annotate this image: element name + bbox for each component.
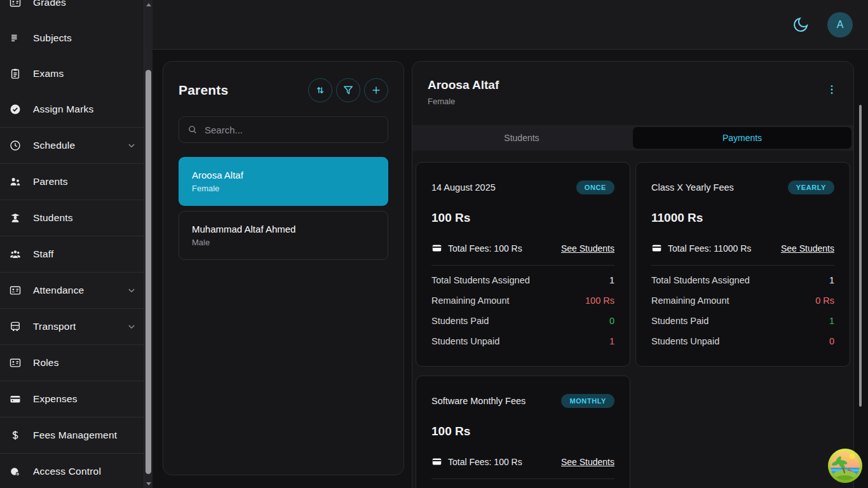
scroll-up-arrow-icon[interactable] bbox=[144, 0, 153, 9]
dollar-icon bbox=[9, 429, 22, 442]
kebab-menu-icon[interactable] bbox=[823, 81, 841, 98]
fee-amount: 100 Rs bbox=[431, 424, 614, 438]
parents-icon bbox=[9, 175, 22, 188]
topbar: A bbox=[153, 0, 868, 50]
detail-gender: Female bbox=[428, 97, 838, 106]
chevron-down-icon bbox=[126, 140, 137, 151]
people-group-icon bbox=[9, 248, 22, 261]
scroll-down-arrow-icon[interactable] bbox=[144, 479, 153, 488]
list-lines-icon bbox=[9, 32, 22, 44]
filter-button[interactable] bbox=[336, 78, 360, 102]
sidebar-item-label: Expenses bbox=[33, 393, 137, 405]
sidebar-item-label: Access Control bbox=[33, 466, 137, 477]
sidebar-item-exams[interactable]: Exams bbox=[0, 56, 144, 92]
stat-row: Students Unpaid 1 bbox=[431, 335, 614, 347]
sidebar-item-label: Grades bbox=[33, 0, 137, 8]
total-fees: Total Fees: 100 Rs bbox=[431, 456, 522, 467]
sidebar-item-expenses[interactable]: Expenses bbox=[0, 381, 144, 417]
sidebar-item-staff[interactable]: Staff bbox=[0, 236, 144, 272]
sidebar-item-attendance[interactable]: Attendance bbox=[0, 272, 144, 308]
island-logo-badge[interactable] bbox=[827, 448, 863, 484]
parents-panel-header: Parents bbox=[163, 62, 403, 102]
stat-value: 1 bbox=[829, 275, 834, 285]
detail-scrollbar-thumb[interactable] bbox=[859, 105, 862, 407]
sidebar: Grades Subjects Exams Assign Marks Sched bbox=[0, 0, 153, 488]
check-circle-icon bbox=[9, 103, 22, 116]
sidebar-item-label: Attendance bbox=[33, 285, 114, 296]
stat-value: 0 Rs bbox=[815, 295, 834, 306]
parent-name: Aroosa Altaf bbox=[192, 170, 375, 180]
stat-row: Remaining Amount 100 Rs bbox=[431, 294, 614, 306]
id-card-icon bbox=[9, 0, 22, 9]
payments-grid: 14 August 2025 ONCE 100 Rs Total Fees: 1… bbox=[412, 151, 853, 488]
divider bbox=[651, 265, 834, 266]
sidebar-item-label: Transport bbox=[33, 321, 114, 332]
sidebar-item-access-control[interactable]: Access Control bbox=[0, 453, 144, 488]
sidebar-scrollbar[interactable] bbox=[144, 0, 153, 488]
detail-tabs: Students Payments bbox=[412, 125, 853, 151]
sidebar-item-transport[interactable]: Transport bbox=[0, 308, 144, 344]
stat-value: 0 bbox=[609, 316, 614, 326]
sort-button[interactable] bbox=[308, 78, 332, 102]
sidebar-item-label: Exams bbox=[33, 68, 137, 79]
fee-card-yearly: Class X Yearly Fees YEARLY 11000 Rs Tota… bbox=[635, 162, 850, 367]
sidebar-item-label: Roles bbox=[33, 357, 137, 369]
see-students-link[interactable]: See Students bbox=[561, 457, 614, 467]
add-parent-button[interactable] bbox=[364, 78, 388, 102]
total-fees: Total Fees: 100 Rs bbox=[431, 243, 522, 254]
sidebar-item-label: Fees Management bbox=[33, 430, 137, 441]
fee-amount: 11000 Rs bbox=[651, 211, 834, 225]
user-avatar[interactable]: A bbox=[827, 12, 853, 37]
detail-header: Aroosa Altaf Female bbox=[412, 62, 853, 125]
sidebar-item-parents[interactable]: Parents bbox=[0, 163, 144, 200]
sidebar-item-fees-management[interactable]: Fees Management bbox=[0, 417, 144, 453]
stat-row: Students Paid 1 bbox=[651, 315, 834, 327]
credit-card-icon bbox=[431, 456, 442, 467]
frequency-badge: MONTHLY bbox=[561, 394, 614, 408]
tab-students[interactable]: Students bbox=[412, 125, 631, 151]
credit-card-icon bbox=[651, 243, 662, 254]
sidebar-item-label: Staff bbox=[33, 248, 137, 260]
divider bbox=[431, 265, 614, 266]
parent-name: Muhammad Altaf Ahmed bbox=[192, 224, 375, 234]
graduate-icon bbox=[9, 212, 22, 224]
credit-card-icon bbox=[431, 243, 442, 254]
sidebar-item-roles[interactable]: Roles bbox=[0, 344, 144, 381]
sort-arrows-icon bbox=[314, 84, 327, 97]
sidebar-item-schedule[interactable]: Schedule bbox=[0, 127, 144, 163]
chevron-down-icon bbox=[126, 285, 137, 296]
parent-gender: Female bbox=[192, 184, 375, 193]
sidebar-item-assign-marks[interactable]: Assign Marks bbox=[0, 92, 144, 127]
sidebar-item-subjects[interactable]: Subjects bbox=[0, 20, 144, 56]
parent-list-item[interactable]: Muhammad Altaf Ahmed Male bbox=[179, 211, 388, 260]
sidebar-item-students[interactable]: Students bbox=[0, 200, 144, 236]
credit-card-icon bbox=[9, 393, 22, 405]
filter-funnel-icon bbox=[342, 84, 355, 97]
stat-row: Remaining Amount 0 Rs bbox=[651, 294, 834, 306]
stat-value: 0 bbox=[829, 336, 834, 346]
parent-gender: Male bbox=[192, 238, 375, 247]
detail-name: Aroosa Altaf bbox=[428, 78, 838, 92]
search-icon bbox=[187, 124, 198, 135]
sidebar-item-label: Parents bbox=[33, 176, 137, 187]
sidebar-item-grades[interactable]: Grades bbox=[0, 0, 144, 20]
parents-panel: Parents Aroosa Altaf Female Muhammad Alt… bbox=[163, 61, 404, 475]
search-input[interactable] bbox=[205, 125, 380, 135]
user-lock-icon bbox=[9, 465, 22, 478]
stat-row: Students Paid 0 bbox=[431, 315, 614, 327]
bus-icon bbox=[9, 320, 22, 333]
tab-payments[interactable]: Payments bbox=[633, 127, 851, 149]
see-students-link[interactable]: See Students bbox=[561, 243, 614, 254]
divider bbox=[431, 478, 614, 479]
fee-card-once: 14 August 2025 ONCE 100 Rs Total Fees: 1… bbox=[416, 162, 630, 367]
fee-title: Class X Yearly Fees bbox=[651, 182, 734, 193]
stat-value: 1 bbox=[609, 336, 614, 346]
clipboard-icon bbox=[9, 67, 22, 80]
theme-toggle-moon-icon[interactable] bbox=[792, 16, 810, 34]
avatar-initial: A bbox=[837, 19, 844, 30]
sidebar-scrollbar-thumb[interactable] bbox=[146, 70, 151, 474]
see-students-link[interactable]: See Students bbox=[781, 243, 834, 254]
total-fees: Total Fees: 11000 Rs bbox=[651, 243, 751, 254]
parent-list-item-selected[interactable]: Aroosa Altaf Female bbox=[179, 157, 388, 206]
sidebar-item-label: Assign Marks bbox=[33, 104, 137, 115]
